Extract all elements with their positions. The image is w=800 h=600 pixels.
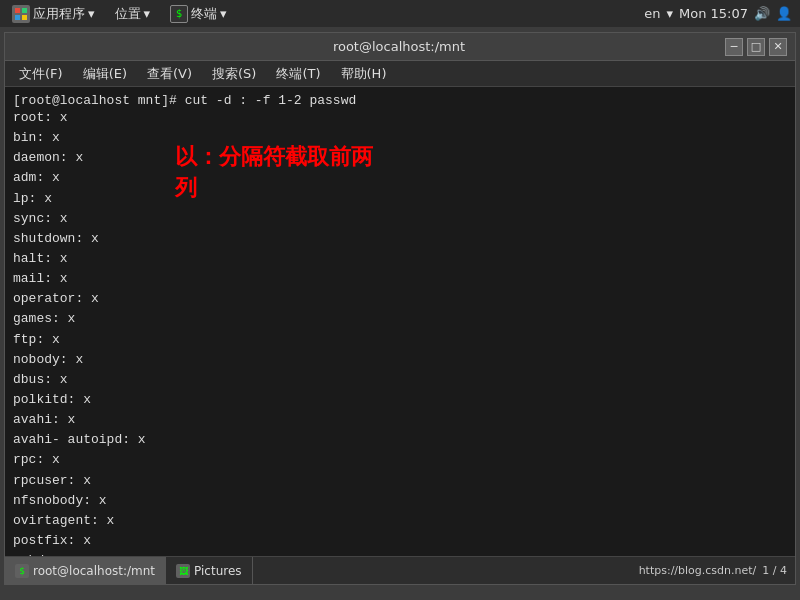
title-bar: root@localhost:/mnt ─ □ ✕: [5, 33, 795, 61]
location-menu[interactable]: 位置 ▾: [107, 3, 159, 25]
annotation: 以：分隔符截取前两 列: [175, 142, 373, 204]
status-bar: $ root@localhost:/mnt 🖼 Pictures https:/…: [5, 556, 795, 584]
output-line: avahi- autoipd: x: [13, 430, 787, 450]
output-line: polkitd: x: [13, 390, 787, 410]
system-bar: 应用程序 ▾ 位置 ▾ $ 终端 ▾ en ▾ Mon 15:07 🔊 👤: [0, 0, 800, 27]
svg-rect-1: [22, 8, 27, 13]
lang-indicator[interactable]: en: [644, 6, 660, 21]
status-pictures-item[interactable]: 🖼 Pictures: [166, 557, 253, 584]
volume-icon[interactable]: 🔊: [754, 6, 770, 21]
terminal-sys-chevron: ▾: [220, 6, 227, 21]
app-menu-chevron: ▾: [88, 6, 95, 21]
menu-view[interactable]: 查看(V): [137, 62, 202, 86]
output-line: operator: x: [13, 289, 787, 309]
terminal-sys-icon: $: [170, 5, 188, 23]
menu-help[interactable]: 帮助(H): [331, 62, 397, 86]
datetime-display: Mon 15:07: [679, 6, 748, 21]
pictures-status-icon: 🖼: [176, 564, 190, 578]
maximize-button[interactable]: □: [747, 38, 765, 56]
status-terminal-item[interactable]: $ root@localhost:/mnt: [5, 557, 166, 584]
annotation-line1: 以：分隔符截取前两: [175, 142, 373, 173]
window-title: root@localhost:/mnt: [73, 39, 725, 54]
status-right: https://blog.csdn.net/ 1 / 4: [631, 564, 795, 577]
terminal-sys-menu[interactable]: $ 终端 ▾: [162, 3, 235, 25]
app-icon: [12, 5, 30, 23]
menu-terminal[interactable]: 终端(T): [266, 62, 330, 86]
status-terminal-label: root@localhost:/mnt: [33, 564, 155, 578]
output-line: root: x: [13, 108, 787, 128]
output-line: dbus: x: [13, 370, 787, 390]
output-line: rpc: x: [13, 450, 787, 470]
menu-file[interactable]: 文件(F): [9, 62, 73, 86]
output-line: mail: x: [13, 269, 787, 289]
output-line: rpcuser: x: [13, 471, 787, 491]
output-line: postfix: x: [13, 531, 787, 551]
output-line: adm: x: [13, 168, 787, 188]
terminal-content[interactable]: [root@localhost mnt]# cut -d : -f 1-2 pa…: [5, 87, 795, 556]
output-line: avahi: x: [13, 410, 787, 430]
menu-bar: 文件(F) 编辑(E) 查看(V) 搜索(S) 终端(T) 帮助(H): [5, 61, 795, 87]
svg-rect-0: [15, 8, 20, 13]
window-controls: ─ □ ✕: [725, 38, 787, 56]
terminal-window: root@localhost:/mnt ─ □ ✕ 文件(F) 编辑(E) 查看…: [4, 32, 796, 585]
lang-chevron-icon: ▾: [666, 6, 673, 21]
output-line: ovirtagent: x: [13, 511, 787, 531]
close-button[interactable]: ✕: [769, 38, 787, 56]
terminal-status-icon: $: [15, 564, 29, 578]
location-menu-label: 位置: [115, 5, 141, 23]
menu-search[interactable]: 搜索(S): [202, 62, 266, 86]
output-line: games: x: [13, 309, 787, 329]
minimize-button[interactable]: ─: [725, 38, 743, 56]
menu-edit[interactable]: 编辑(E): [73, 62, 137, 86]
status-url: https://blog.csdn.net/: [639, 564, 757, 577]
app-menu-label: 应用程序: [33, 5, 85, 23]
output-line: ftp: x: [13, 330, 787, 350]
svg-rect-2: [15, 15, 20, 20]
output-line: nobody: x: [13, 350, 787, 370]
annotation-line2: 列: [175, 173, 373, 204]
output-line: daemon: x: [13, 148, 787, 168]
output-line: lp: x: [13, 189, 787, 209]
terminal-sys-label: 终端: [191, 5, 217, 23]
output-line: nfsnobody: x: [13, 491, 787, 511]
status-page-info: 1 / 4: [762, 564, 787, 577]
svg-rect-3: [22, 15, 27, 20]
output-line: bin: x: [13, 128, 787, 148]
output-line: shutdown: x: [13, 229, 787, 249]
output-line: sshd: x: [13, 551, 787, 556]
prompt-line: [root@localhost mnt]# cut -d : -f 1-2 pa…: [13, 93, 787, 108]
output-line: sync: x: [13, 209, 787, 229]
system-bar-right: en ▾ Mon 15:07 🔊 👤: [644, 6, 800, 21]
system-bar-left: 应用程序 ▾ 位置 ▾ $ 终端 ▾: [0, 3, 235, 25]
app-menu[interactable]: 应用程序 ▾: [4, 3, 103, 25]
output-lines: root: xbin: xdaemon: xadm: xlp: xsync: x…: [13, 108, 787, 556]
user-icon[interactable]: 👤: [776, 6, 792, 21]
location-chevron-icon: ▾: [144, 6, 151, 21]
status-pictures-label: Pictures: [194, 564, 242, 578]
output-line: halt: x: [13, 249, 787, 269]
